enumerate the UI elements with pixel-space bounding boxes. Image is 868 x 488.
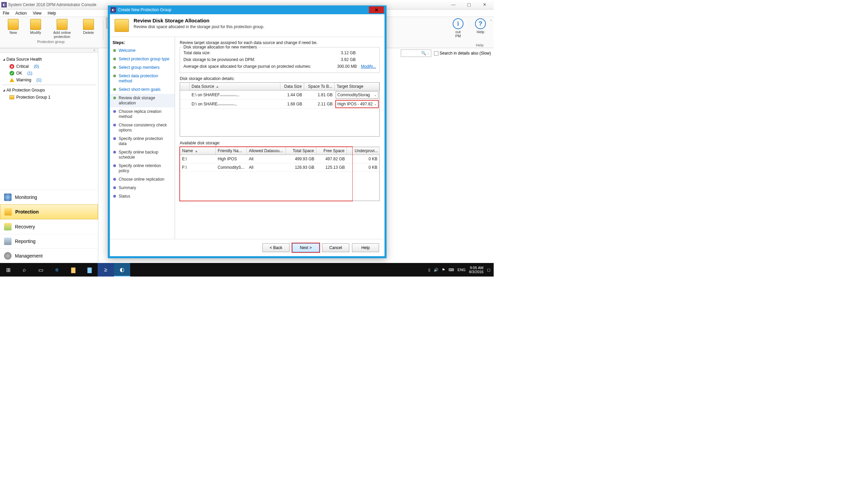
menu-help[interactable]: Help xyxy=(48,11,56,16)
col-free[interactable]: Free Space xyxy=(316,147,347,155)
col-underprov[interactable]: Underprovi... xyxy=(353,147,380,155)
step-bullet-icon xyxy=(113,195,116,198)
wizard-step-3[interactable]: Select data protection method xyxy=(110,72,175,85)
tree-warning[interactable]: Warning (1) xyxy=(2,77,96,83)
taskbar-ie-icon[interactable]: e xyxy=(49,263,65,277)
wizard-step-11: Choose online replication xyxy=(110,175,175,184)
taskbar-server-manager-icon[interactable]: ▇ xyxy=(81,263,98,277)
step-bullet-icon xyxy=(113,49,116,52)
available-label: Available disk storage: xyxy=(180,141,380,145)
new-button[interactable]: New xyxy=(2,18,24,39)
reporting-icon xyxy=(4,238,12,245)
col-data-size[interactable]: Data Size xyxy=(280,83,304,90)
taskbar: ⊞ ⌕ ▭ e ▇ ▇ ≥ ◐ ▯ 🔊 ⚑ ⌨ ENG 9:05 AM 8/3/… xyxy=(0,263,494,277)
step-label: Select protection group type xyxy=(119,57,169,62)
ribbon-collapse-icon[interactable]: ⌄ xyxy=(490,18,492,21)
minimize-button[interactable]: — xyxy=(446,1,461,9)
back-button[interactable]: < Back xyxy=(262,243,290,252)
menu-action[interactable]: Action xyxy=(15,11,26,16)
taskbar-dpm-icon[interactable]: ◐ xyxy=(114,263,130,277)
nav-monitoring[interactable]: Monitoring xyxy=(0,190,98,204)
info-icon: i xyxy=(453,18,463,29)
search-icon: 🔍 xyxy=(421,51,426,56)
new-folder-icon xyxy=(8,19,19,30)
allocation-summary-box: Disk storage allocation for new members … xyxy=(180,47,380,73)
dialog-header-icon xyxy=(115,19,129,32)
dialog-help-button[interactable]: Help xyxy=(352,243,379,252)
dialog-close-button[interactable]: ✕ xyxy=(369,6,384,13)
avg-journal-label: Average disk space allocated for change … xyxy=(183,64,327,69)
dialog-subheading: Review disk space allocated in the stora… xyxy=(134,24,264,29)
total-size-label: Total data size: xyxy=(183,50,325,55)
tray-language[interactable]: ENG xyxy=(457,268,466,272)
provisioned-value: 3.92 GB xyxy=(325,57,356,62)
allocation-legend: Disk storage allocation for new members xyxy=(182,45,258,49)
available-storage-grid: Name ▴ Friendly Na... Allowed Datasou...… xyxy=(180,147,353,201)
cancel-button[interactable]: Cancel xyxy=(322,243,349,252)
target-storage-combo[interactable]: CommodityStorag⌄ xyxy=(336,91,378,99)
maximize-button[interactable]: ▢ xyxy=(461,1,477,9)
available-row[interactable]: F:\CommodityS...All126.93 GB125.13 GB xyxy=(180,163,353,172)
modify-button[interactable]: Modify xyxy=(24,18,47,39)
step-bullet-icon xyxy=(113,66,116,69)
tray-network-icon[interactable]: ▯ xyxy=(428,268,430,272)
collapse-handle[interactable]: < xyxy=(0,48,98,53)
col-space-to-be[interactable]: Space To B... xyxy=(304,83,335,90)
col-target-storage[interactable]: Target Storage xyxy=(335,83,379,90)
available-row[interactable]: E:\High IPOSAll499.93 GB497.82 GB xyxy=(180,155,353,163)
wizard-step-4[interactable]: Select short-term goals xyxy=(110,85,175,94)
step-label: Summary xyxy=(119,185,136,190)
close-button[interactable]: ✕ xyxy=(477,1,492,9)
task-view-icon[interactable]: ▭ xyxy=(33,263,49,277)
wizard-step-2[interactable]: Select group members xyxy=(110,63,175,72)
search-details-checkbox[interactable]: Search in details also (Slow) xyxy=(434,51,491,56)
wizard-step-13: Status xyxy=(110,192,175,201)
tree-data-source-health[interactable]: ◢Data Source Health xyxy=(2,56,96,63)
col-data-source[interactable]: Data Source ▴ xyxy=(190,83,280,90)
tree-critical[interactable]: ✕Critical (0) xyxy=(2,63,96,70)
nav-recovery[interactable]: Recovery xyxy=(0,219,98,234)
total-size-value: 3.12 GB xyxy=(325,50,356,55)
nav-management[interactable]: Management xyxy=(0,248,98,263)
steps-label: Steps: xyxy=(110,39,175,46)
add-online-protection-button[interactable]: Add online protection xyxy=(47,18,77,39)
tree-ok[interactable]: ✓OK (1) xyxy=(2,70,96,77)
next-button[interactable]: Next > xyxy=(292,243,319,252)
details-row[interactable]: D:\ on SHARE▬▬▬▬...1.68 GB2.11 GBHigh IP… xyxy=(180,100,379,109)
menu-file[interactable]: File xyxy=(3,11,9,16)
dialog-header: Review Disk Storage Allocation Review di… xyxy=(110,14,384,37)
details-row[interactable]: E:\ on SHAREF▬▬▬▬...1.44 GB1.81 GBCommod… xyxy=(180,90,379,100)
modify-link[interactable]: Modify... xyxy=(361,64,376,69)
pg-icon xyxy=(9,95,14,99)
wizard-step-0[interactable]: Welcome xyxy=(110,46,175,55)
taskbar-powershell-icon[interactable]: ≥ xyxy=(98,263,114,277)
tray-clock[interactable]: 9:05 AM 8/3/2016 xyxy=(469,266,484,274)
taskbar-search-icon[interactable]: ⌕ xyxy=(16,263,33,277)
about-button[interactable]: iout PM xyxy=(447,18,469,38)
tray-notifications-icon[interactable]: ▢ xyxy=(487,268,490,272)
delete-button[interactable]: Delete xyxy=(77,18,100,39)
target-storage-combo[interactable]: High IPOS - 497.82⌄ xyxy=(336,100,378,108)
nav-protection[interactable]: Protection xyxy=(0,204,98,219)
tree-all-protection-groups[interactable]: ◢All Protection Groups xyxy=(2,86,96,94)
taskbar-explorer-icon[interactable]: ▇ xyxy=(65,263,81,277)
step-label: Welcome xyxy=(119,48,136,53)
wizard-steps: Steps: WelcomeSelect protection group ty… xyxy=(110,37,175,239)
search-input[interactable]: 🔍⌄ xyxy=(401,49,431,57)
tray-keyboard-icon[interactable]: ⌨ xyxy=(449,268,454,272)
col-allowed[interactable]: Allowed Datasou... xyxy=(247,147,286,155)
tray-flag-icon[interactable]: ⚑ xyxy=(442,268,445,272)
col-total[interactable]: Total Space xyxy=(286,147,316,155)
tree-protection-group-1[interactable]: Protection Group 1 xyxy=(2,94,96,101)
nav-reporting[interactable]: Reporting xyxy=(0,234,98,248)
menu-view[interactable]: View xyxy=(33,11,42,16)
col-friendly[interactable]: Friendly Na... xyxy=(216,147,247,155)
dialog-app-icon: ◐ xyxy=(111,7,116,13)
delete-folder-icon xyxy=(83,19,94,30)
tray-volume-icon[interactable]: 🔊 xyxy=(434,268,438,272)
help-button[interactable]: ?Help xyxy=(469,18,492,38)
wizard-step-1[interactable]: Select protection group type xyxy=(110,55,175,63)
provisioned-label: Disk storage to be provisioned on DPM: xyxy=(183,57,325,62)
start-button[interactable]: ⊞ xyxy=(0,263,16,277)
col-name[interactable]: Name ▴ xyxy=(180,147,216,155)
